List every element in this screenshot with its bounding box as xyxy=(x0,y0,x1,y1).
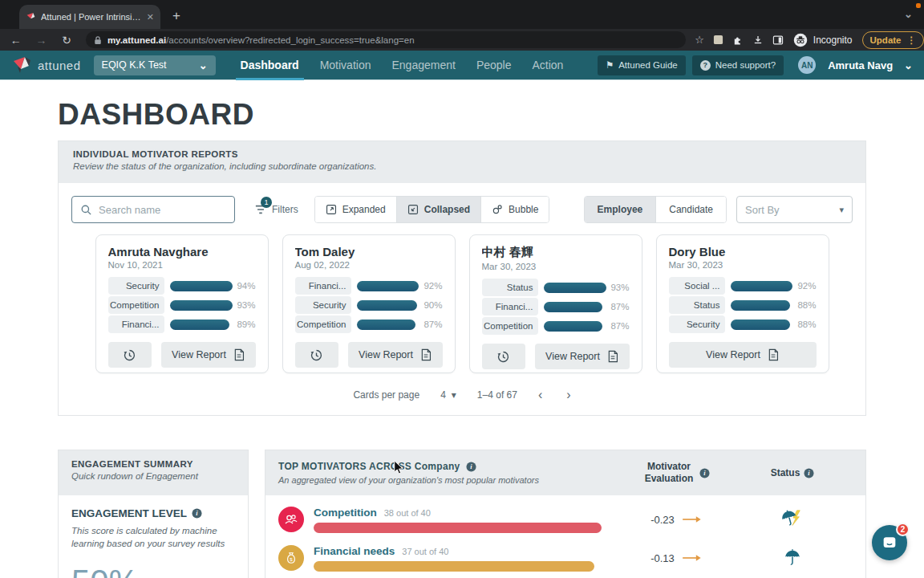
motivator-row: Security 88% xyxy=(669,315,817,334)
lock-icon xyxy=(94,35,102,45)
bookmark-star-icon[interactable]: ☆ xyxy=(695,34,704,46)
browser-tab[interactable]: Attuned | Power Intrinsic Motiv ✕ xyxy=(19,5,160,29)
mouse-cursor xyxy=(393,461,404,475)
search-icon xyxy=(80,204,92,216)
attuned-guide-button[interactable]: ⚑ Attuned Guide xyxy=(598,55,686,75)
filters-button[interactable]: 1 Filters xyxy=(254,204,298,215)
forward-icon[interactable]: → xyxy=(32,34,51,47)
type-toggle-candidate[interactable]: Candidate xyxy=(655,197,726,222)
nav-item-motivation[interactable]: Motivation xyxy=(310,51,382,80)
view-report-button[interactable]: View Report xyxy=(348,342,443,368)
app-navbar: attuned EQIQ K.K Test ⌄ Dashboard Motiva… xyxy=(0,51,924,80)
motivator-row: Competition 87% xyxy=(482,316,630,336)
back-icon[interactable]: ← xyxy=(6,34,26,47)
report-doc-icon xyxy=(233,348,245,361)
history-button[interactable] xyxy=(482,344,525,369)
view-report-button[interactable]: View Report xyxy=(161,342,256,368)
competition-icon xyxy=(278,507,304,532)
financial-icon: $ xyxy=(278,545,304,571)
top-motivator-score: 38 out of 40 xyxy=(384,508,431,518)
flag-icon: ⚑ xyxy=(606,59,614,71)
new-tab-button[interactable]: + xyxy=(167,6,186,26)
info-icon[interactable]: i xyxy=(804,468,814,478)
type-toggle-employee[interactable]: Employee xyxy=(585,197,656,222)
history-icon xyxy=(496,350,510,364)
report-doc-icon xyxy=(420,348,432,361)
chat-icon xyxy=(881,534,898,552)
pagination-range: 1–4 of 67 xyxy=(477,389,517,401)
motivator-bar xyxy=(170,300,232,311)
top-motivator-score: 37 out of 40 xyxy=(402,547,448,556)
cards-per-page-label: Cards per page xyxy=(353,389,419,401)
motivator-label: Competition xyxy=(108,296,165,314)
chat-unread-badge: 2 xyxy=(896,523,910,536)
report-doc-icon xyxy=(607,350,618,363)
browser-menu-dots-icon[interactable]: ⋮ xyxy=(907,35,917,46)
history-button[interactable] xyxy=(108,342,152,368)
download-icon[interactable] xyxy=(752,35,764,46)
prev-page-icon[interactable]: ‹ xyxy=(538,388,542,402)
info-icon[interactable]: i xyxy=(466,462,476,472)
engagement-subtitle: Quick rundown of Engagement xyxy=(71,471,235,481)
top-motivator-bar xyxy=(314,523,602,533)
motivator-row: Financi... 87% xyxy=(482,297,630,316)
engagement-level-title: ENGAGEMENT LEVEL xyxy=(71,507,187,519)
motivator-bar xyxy=(170,281,233,291)
type-toggle-group: Employee Candidate xyxy=(584,196,727,223)
view-toggle-collapsed[interactable]: Collapsed xyxy=(396,197,480,222)
view-toggle-expanded[interactable]: Expanded xyxy=(315,197,396,222)
tab-list-chevron-icon[interactable]: ⌄ xyxy=(904,8,913,20)
tab-close-icon[interactable]: ✕ xyxy=(147,12,154,22)
user-menu-chevron-icon[interactable]: ⌄ xyxy=(904,59,913,71)
update-button[interactable]: Update ⋮ xyxy=(862,31,924,49)
top-motivators-panel: TOP MOTIVATORS ACROSS Company i An aggre… xyxy=(265,450,866,578)
extension-shortcut-icon[interactable] xyxy=(713,35,723,45)
motivator-bar xyxy=(357,300,417,311)
attuned-logo xyxy=(11,56,32,74)
user-avatar[interactable]: AN xyxy=(798,56,816,74)
user-name[interactable]: Amruta Navg xyxy=(828,59,893,71)
nav-item-dashboard[interactable]: Dashboard xyxy=(230,51,310,80)
nav-item-people[interactable]: People xyxy=(466,51,522,80)
side-panel-icon[interactable] xyxy=(772,35,784,46)
primary-nav: Dashboard Motivation Engagement People A… xyxy=(230,51,574,80)
motivator-bar xyxy=(544,321,602,332)
nav-item-action[interactable]: Action xyxy=(521,51,573,80)
sort-by-dropdown[interactable]: Sort By ▾ xyxy=(736,196,853,223)
search-input[interactable]: Search name xyxy=(71,196,235,223)
info-icon[interactable]: i xyxy=(699,468,710,478)
address-bar[interactable]: my.attuned.ai/accounts/overview?redirect… xyxy=(86,31,686,48)
next-page-icon[interactable]: › xyxy=(566,388,570,402)
view-report-button[interactable]: View Report xyxy=(669,342,817,368)
motivator-bar xyxy=(731,281,792,291)
org-selector-dropdown[interactable]: EQIQ K.K Test ⌄ xyxy=(94,55,216,75)
update-indicator-dot xyxy=(916,3,921,8)
history-button[interactable] xyxy=(295,342,338,368)
info-icon[interactable]: i xyxy=(192,508,202,519)
reload-icon[interactable]: ↻ xyxy=(57,34,76,47)
report-card: 中村 春輝 Mar 30, 2023 Status 93% Financi...… xyxy=(469,234,642,373)
trend-arrow-icon xyxy=(681,515,702,523)
attuned-guide-label: Attuned Guide xyxy=(618,60,678,70)
per-page-select[interactable]: 4 ▾ xyxy=(440,389,456,401)
view-report-button[interactable]: View Report xyxy=(535,344,630,369)
top-motivator-row: $ Financial needs 37 out of 40 -0.13 xyxy=(278,539,853,577)
chat-widget-button[interactable]: 2 xyxy=(872,525,907,560)
page-title: DASHBOARD xyxy=(58,98,254,132)
top-motivator-name: Financial needs xyxy=(314,545,395,557)
individual-motivator-reports-panel: INDIVIDUAL MOTIVATOR REPORTS Review the … xyxy=(58,140,866,416)
report-card: Tom Daley Aug 02, 2022 Financi... 92% Se… xyxy=(282,234,456,373)
motivator-label: Security xyxy=(108,277,165,295)
motivator-label: Social ... xyxy=(669,277,726,295)
need-support-button[interactable]: ? Need support? xyxy=(692,55,784,75)
nav-item-engagement[interactable]: Engagement xyxy=(381,51,465,80)
report-card: Dory Blue Mar 30, 2023 Social ... 92% St… xyxy=(656,234,829,373)
incognito-icon xyxy=(793,33,808,47)
sort-caret-icon: ▾ xyxy=(839,205,844,215)
motivator-pct: 94% xyxy=(237,281,255,291)
motivator-label: Status xyxy=(669,296,726,314)
extensions-puzzle-icon[interactable] xyxy=(732,35,744,46)
org-selector-value: EQIQ K.K Test xyxy=(102,59,167,71)
view-toggle-bubble[interactable]: Bubble xyxy=(480,197,549,222)
view-report-label: View Report xyxy=(706,349,760,360)
